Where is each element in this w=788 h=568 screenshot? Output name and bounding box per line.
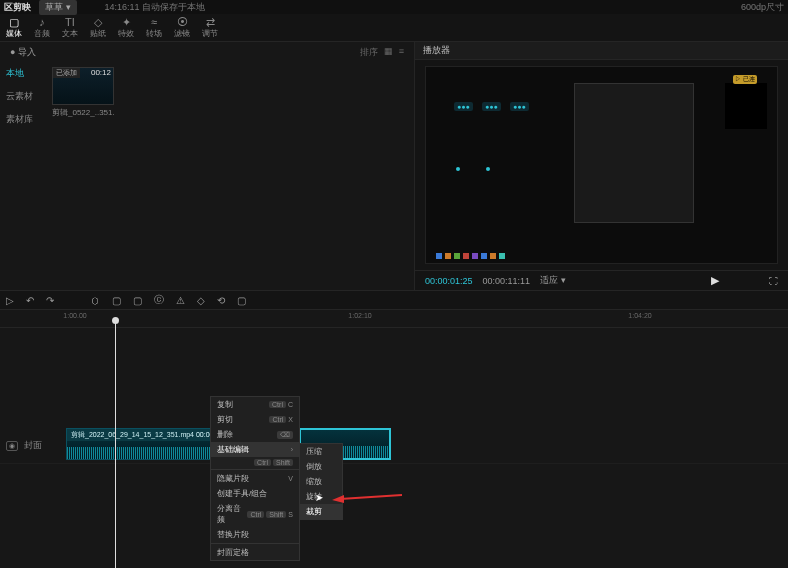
submenu-reverse[interactable]: 倒放	[300, 459, 342, 474]
submenu-compress[interactable]: 压缩	[300, 444, 342, 459]
snap-icon[interactable]: ▢	[133, 295, 142, 306]
svg-line-0	[340, 495, 402, 499]
menu-delete[interactable]: 删除 ⌫	[211, 427, 299, 442]
connected-badge: ▷ 已连	[733, 75, 757, 84]
fullscreen-icon[interactable]: ⛶	[769, 276, 778, 286]
menu-cut[interactable]: 剪切 CtrlX	[211, 412, 299, 427]
grid-view-icon[interactable]: ▦	[384, 46, 393, 59]
sticker-icon: ◇	[94, 17, 102, 28]
tab-transition[interactable]: ≈ 转场	[140, 14, 168, 42]
mouse-cursor: ➤	[315, 492, 323, 503]
main-tabs: ▢ 媒体 ♪ 音频 TI 文本 ◇ 贴纸 ✦ 特效 ≈ 转场 ⦿ 滤镜 ⇄ 调节	[0, 14, 788, 42]
sidebar-item-local[interactable]: 本地	[6, 67, 42, 80]
svg-marker-1	[332, 495, 344, 503]
transport-bar: 00:00:01:25 00:00:11:11 适应 ▾ ▶ ⛶	[415, 270, 788, 290]
clip-waveform	[67, 447, 211, 459]
sidebar-item-cloud[interactable]: 云素材	[6, 90, 42, 103]
tab-media[interactable]: ▢ 媒体	[0, 14, 28, 42]
tab-adjust[interactable]: ⇄ 调节	[196, 14, 224, 42]
tab-filter[interactable]: ⦿ 滤镜	[168, 14, 196, 42]
preview-taskbar	[436, 253, 505, 259]
menu-compound[interactable]: 创建手具/组合	[211, 486, 299, 501]
track-toggle[interactable]: ◉	[6, 441, 18, 451]
copyright-icon[interactable]: ⓒ	[154, 293, 164, 307]
current-timecode: 00:00:01:25	[425, 276, 473, 286]
chevron-right-icon: ›	[291, 446, 293, 453]
clip-title: 剪辑_2022_06_29_14_15_12_351.mp4 00:00:11:…	[67, 429, 211, 441]
refresh-icon[interactable]: ⟲	[217, 295, 225, 306]
titlebar: 区剪映 草草 ▾ 14:16:11 自动保存于本地 600dp尺寸	[0, 0, 788, 14]
autosave-status: 14:16:11 自动保存于本地	[85, 1, 733, 14]
tab-effects[interactable]: ✦ 特效	[112, 14, 140, 42]
submenu-crop[interactable]: 裁剪	[300, 504, 342, 519]
timeline: 1:00.00 1:02:10 1:04:20 ◉ 封面 剪辑_2022_06_…	[0, 310, 788, 568]
playhead[interactable]	[115, 320, 116, 568]
timeline-clip[interactable]: 剪辑_2022_06_29_14_15_12_351.mp4 00:00:11:…	[66, 428, 212, 460]
thumbnail-filename: 剪辑_0522_..351.mp4	[52, 107, 114, 118]
annotation-arrow	[332, 491, 402, 503]
crop-icon[interactable]: ▢	[112, 295, 121, 306]
sort-label[interactable]: 排序	[360, 46, 378, 59]
timeline-toolbar: ▷ ↶ ↷ ⟮⟯ ▢ ▢ ⓒ ⚠ ◇ ⟲ ▢	[0, 290, 788, 310]
menu-freeze-frame[interactable]: 封面定格	[211, 545, 299, 560]
menu-copy[interactable]: 复制 CtrlC	[211, 397, 299, 412]
duration-label: 00:12	[89, 68, 113, 77]
text-icon: TI	[65, 17, 75, 28]
list-view-icon[interactable]: ≡	[399, 46, 404, 59]
warning-icon[interactable]: ⚠	[176, 295, 185, 306]
upper-panels: ● 导入 排序 ▦ ≡ 本地 云素材 素材库 已添加 00:12 剪辑_0522…	[0, 42, 788, 290]
media-icon: ▢	[9, 17, 19, 28]
media-thumbnail[interactable]: 已添加 00:12	[52, 67, 114, 105]
sidebar-item-stock[interactable]: 素材库	[6, 113, 42, 126]
main-menu-button[interactable]: 草草 ▾	[39, 0, 77, 15]
context-submenu: 压缩 倒放 缩放 旋转 裁剪	[299, 443, 343, 520]
track-label: 封面	[24, 439, 42, 452]
undo-icon[interactable]: ↶	[26, 295, 34, 306]
media-sidebar: 本地 云素材 素材库	[0, 63, 48, 290]
redo-icon[interactable]: ↷	[46, 295, 54, 306]
split-icon[interactable]: ⟮⟯	[90, 295, 100, 306]
context-menu: 复制 CtrlC 剪切 CtrlX 删除 ⌫ 基础编辑 › CtrlShift …	[210, 396, 300, 561]
media-grid: 已添加 00:12 剪辑_0522_..351.mp4	[48, 63, 414, 290]
ratio-dropdown[interactable]: 适应 ▾	[540, 274, 566, 287]
keyframe-icon[interactable]: ◇	[197, 295, 205, 306]
filter-icon: ⦿	[177, 17, 188, 28]
import-button[interactable]: ● 导入	[10, 46, 36, 59]
added-badge: 已添加	[53, 68, 80, 78]
select-tool-icon[interactable]: ▷	[6, 295, 14, 306]
effects-icon: ✦	[122, 17, 131, 28]
submenu-scale[interactable]: 缩放	[300, 474, 342, 489]
tab-sticker[interactable]: ◇ 贴纸	[84, 14, 112, 42]
play-button[interactable]: ▶	[711, 274, 719, 287]
menu-hide-clip[interactable]: 隐藏片段 V	[211, 471, 299, 486]
audio-icon: ♪	[39, 17, 45, 28]
preview-panel: 播放器 ●●● ●●● ●●● ▷ 已连 00:00:	[415, 42, 788, 290]
transition-icon: ≈	[151, 17, 157, 28]
media-panel: ● 导入 排序 ▦ ≡ 本地 云素材 素材库 已添加 00:12 剪辑_0522…	[0, 42, 415, 290]
preview-title: 播放器	[415, 42, 788, 60]
menu-replace-clip[interactable]: 替换片段	[211, 527, 299, 542]
tab-text[interactable]: TI 文本	[56, 14, 84, 42]
app-brand: 区剪映	[4, 1, 31, 14]
window-dimensions: 600dp尺寸	[741, 1, 784, 14]
misc-icon[interactable]: ▢	[237, 295, 246, 306]
menu-detach-audio[interactable]: 分离音频 CtrlShiftS	[211, 501, 299, 527]
preview-viewport[interactable]: ●●● ●●● ●●● ▷ 已连	[425, 66, 778, 264]
total-timecode: 00:00:11:11	[483, 276, 531, 286]
tab-audio[interactable]: ♪ 音频	[28, 14, 56, 42]
adjust-icon: ⇄	[206, 17, 215, 28]
menu-basic-edit[interactable]: 基础编辑 ›	[211, 442, 299, 457]
menu-empty-row[interactable]: CtrlShift	[211, 457, 299, 468]
